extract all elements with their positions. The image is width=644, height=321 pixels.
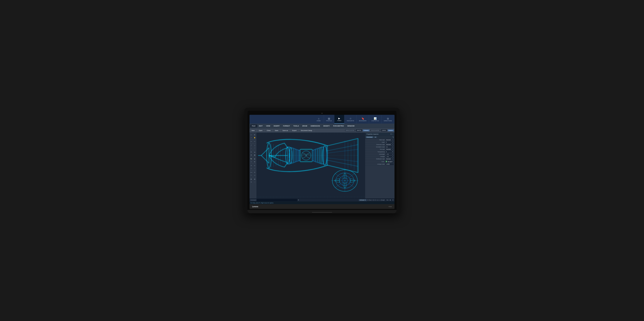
tool-undo[interactable]: ↩ [250, 140, 253, 143]
btn-save[interactable]: Save [273, 129, 280, 132]
nav-icon-small[interactable]: ◉ [382, 199, 384, 201]
edit-icon[interactable]: ✎ [392, 136, 394, 138]
prop-linetype: Linetype — B.. ▼ [365, 156, 394, 158]
menu-draw[interactable]: DRAW [300, 124, 309, 128]
menu-insert[interactable]: INSERT [272, 124, 281, 128]
dropdown-arrow-lt-icon: ▼ [392, 156, 393, 157]
laptop-base [248, 210, 396, 213]
btn-new[interactable]: New [250, 129, 257, 132]
tool-point[interactable]: ⊙ [253, 164, 256, 167]
prop-value-table-style[interactable]: Standard ▼ [386, 139, 394, 140]
workspace-icon[interactable]: ⊡ [384, 199, 385, 201]
prop-value-transparency[interactable]: 0 ⊞ [386, 151, 394, 152]
menu-bar: FILE EDIT VIEW INSERT FORMAT TOOLS DRAW … [250, 124, 394, 128]
nav-bookmark[interactable]: 🔖 BOOKMARK [357, 115, 369, 124]
tool-3d[interactable]: ⬡ [250, 160, 253, 163]
prop-label-lineweight: Lineweight [366, 154, 386, 155]
tool-render[interactable]: ◉ [253, 158, 256, 160]
panel-settings-icon[interactable]: ⚙ [390, 133, 392, 135]
menu-tools[interactable]: TOOLS [292, 124, 300, 128]
tool-camera[interactable]: 📷 [250, 158, 253, 160]
panel-close-icon[interactable]: × [392, 133, 393, 135]
nav-video[interactable]: ▶ VIDEO [334, 115, 344, 124]
tool-move[interactable]: ⊞ [253, 133, 256, 136]
btn-open[interactable]: Open [257, 129, 265, 132]
prop-value-linetype[interactable]: — B.. ▼ [386, 156, 394, 157]
ortho-icon[interactable]: ⊞ [369, 199, 370, 201]
menu-parametric[interactable]: PARAMETRIC [332, 124, 346, 128]
prop-value-dimension-style[interactable]: Standard ▼ [386, 144, 394, 145]
tool-eye[interactable]: 👁 [250, 151, 253, 154]
video-icon: ▶ [338, 117, 340, 120]
btn-close[interactable]: Close [265, 129, 273, 132]
tool-trim[interactable]: ✂ [250, 174, 253, 176]
tool-zoom[interactable]: + [250, 136, 253, 139]
menu-dimension[interactable]: DIMENSION [309, 124, 322, 128]
tool-offset[interactable]: ⊡ [253, 171, 256, 174]
zoom-icon[interactable]: ⊞ [381, 199, 382, 201]
tool-props[interactable]: ⊞ [250, 154, 253, 156]
tool-text[interactable]: A [250, 180, 253, 183]
tool-gradient[interactable]: ▧ [253, 178, 256, 180]
status-settings-icon[interactable]: ⚙ [392, 199, 394, 201]
tool-block[interactable]: ▦ [253, 154, 256, 156]
nav-directions[interactable]: ◎ DIRECTIONS [382, 115, 394, 124]
prop-label-text-style: Text style [366, 149, 386, 150]
prop-value-annotation-scale[interactable]: 1:1 ▼ [386, 146, 394, 148]
command-input[interactable] [257, 199, 297, 201]
menu-view[interactable]: VIEW [264, 124, 272, 128]
prop-value-multileader-style[interactable]: Standard ▼ [386, 158, 394, 160]
menu-format[interactable]: FORMAT [281, 124, 292, 128]
tp-icon[interactable]: ◫ [377, 199, 379, 201]
tool-select[interactable]: ▭ [250, 133, 253, 136]
menu-window[interactable]: WINDOW [346, 124, 356, 128]
snap-icon[interactable]: ⊡ [367, 199, 368, 201]
tool-hatch[interactable]: ▨ [250, 178, 253, 180]
tool-curve[interactable]: ∫ [253, 144, 256, 147]
dropdown-arrow-icon: ▼ [392, 140, 393, 140]
prop-value-layer[interactable]: 0 ▼ [386, 142, 394, 143]
tool-crosshair[interactable]: ✛ [250, 164, 253, 167]
btn-document-setup[interactable]: Document Setup [299, 129, 314, 132]
model-tab[interactable]: ⊞ Model ▼ [359, 199, 367, 201]
nav-favourite[interactable]: ☆ FAVOURITE [344, 115, 357, 124]
tool-line[interactable]: ╱ [250, 144, 253, 147]
nav-profile[interactable]: ▤ PROFILE [324, 115, 334, 124]
canvas-area[interactable] [256, 133, 365, 198]
otrack-icon[interactable]: ⊕ [373, 199, 374, 201]
tool-rect[interactable]: □ [253, 167, 256, 170]
tool-polygon[interactable]: ⬡ [250, 167, 253, 170]
menu-file[interactable]: FILE [250, 124, 257, 128]
prop-value-linetype-scale[interactable]: 1.0000 [386, 163, 394, 165]
tool-arc[interactable]: ◠ [253, 147, 256, 150]
tool-layer[interactable]: ◈ [253, 151, 256, 154]
btn-save-as[interactable]: Save as [280, 129, 290, 132]
tool-circle[interactable]: ○ [250, 147, 253, 150]
btn-all[interactable]: All [374, 136, 377, 138]
tool-pan[interactable]: ✋ [253, 136, 256, 139]
dropdown-arrow-annscale-icon: ▼ [392, 146, 393, 148]
prop-value-color[interactable]: ByLayer ▼ [385, 160, 394, 162]
osnap-icon[interactable]: ⊙ [372, 199, 373, 201]
menu-modify[interactable]: MODIFY [322, 124, 332, 128]
command-dropdown[interactable]: ▼ [298, 199, 299, 201]
btn-essentials[interactable]: Essentials [366, 136, 373, 138]
tool-mirror[interactable]: ⟺ [250, 171, 253, 174]
dynin-icon[interactable]: ⊛ [374, 199, 376, 201]
transparency-stepper[interactable]: ⊞ [392, 151, 393, 152]
tool-redo[interactable]: ↪ [253, 140, 256, 143]
tool-grid[interactable]: ⊞ [253, 160, 256, 163]
nav-home[interactable]: ⌂ HOME [314, 115, 324, 124]
prop-value-text-style[interactable]: Standard ▼ [386, 148, 394, 150]
status-bar: Command: ▼ ⊞ Model ▼ ⊡ ⊞ ◈ ⊙ ⊕ ⊛ ═ ◫ 1:1… [250, 198, 394, 202]
scale-label: 1:1 [379, 200, 381, 200]
tool-extend[interactable]: ⇥ [253, 174, 256, 176]
menu-edit[interactable]: EDIT [257, 124, 264, 128]
counter-group: BIRDCOUNTER 206781 Followers RSSCOUNTER … [345, 129, 394, 132]
polar-icon[interactable]: ◈ [370, 199, 371, 201]
lw-icon[interactable]: ═ [376, 199, 377, 201]
tool-dimension[interactable]: ↔ [253, 180, 256, 183]
prop-value-lineweight[interactable]: — B.. ▼ [386, 154, 394, 155]
nav-statistics[interactable]: 📊 STATISTICS [369, 115, 381, 124]
btn-export[interactable]: Export [290, 129, 299, 132]
